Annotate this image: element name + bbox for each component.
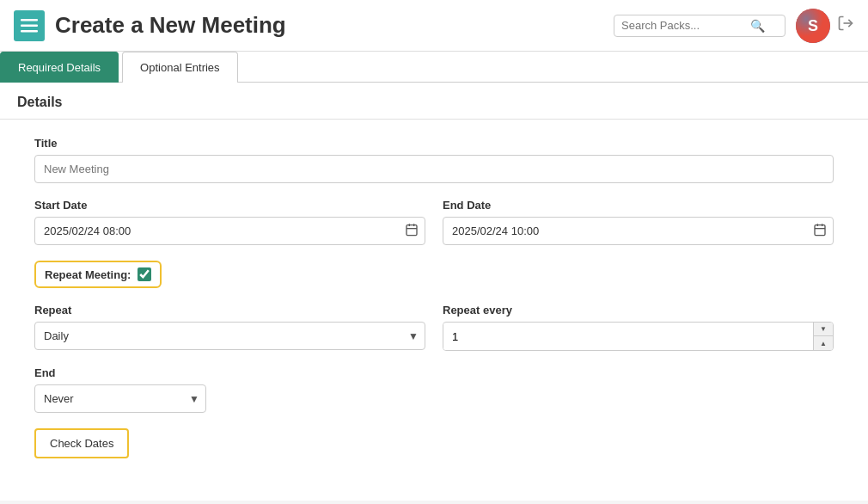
main-content: Details Title Start Date (0, 83, 868, 501)
search-icon: 🔍 (750, 19, 765, 33)
menu-button[interactable] (14, 10, 45, 41)
tab-optional-entries[interactable]: Optional Entries (122, 52, 238, 83)
end-label: End (34, 366, 206, 379)
end-date-wrapper (443, 217, 834, 245)
search-box: 🔍 (614, 15, 785, 37)
svg-rect-1 (21, 24, 38, 27)
end-select-wrapper: Never After On Date ▼ (34, 384, 206, 413)
svg-rect-0 (21, 19, 38, 22)
avatar: S (796, 9, 830, 43)
end-date-label: End Date (443, 199, 834, 212)
tab-required-details[interactable]: Required Details (0, 52, 119, 83)
section-title: Details (0, 83, 868, 120)
search-input[interactable] (621, 19, 750, 32)
end-select[interactable]: Never After On Date (34, 384, 206, 413)
date-row: Start Date End Date (34, 199, 834, 261)
title-label: Title (34, 137, 834, 150)
page-title: Create a New Meeting (55, 12, 614, 39)
repeat-label: Repeat (34, 304, 425, 317)
app-header: Create a New Meeting 🔍 S (0, 0, 868, 52)
spinner-buttons: ▼ ▲ (813, 323, 833, 350)
svg-rect-2 (21, 30, 38, 33)
check-dates-button[interactable]: Check Dates (34, 428, 129, 458)
svg-text:S: S (808, 17, 818, 34)
end-date-group: End Date (443, 199, 834, 245)
repeat-select[interactable]: Daily Weekly Monthly Yearly (34, 322, 425, 350)
repeat-meeting-label: Repeat Meeting: (45, 268, 131, 281)
start-date-label: Start Date (34, 199, 425, 212)
start-date-input[interactable] (34, 217, 425, 245)
title-input[interactable] (34, 155, 834, 183)
repeat-every-spinner: ▼ ▲ (443, 322, 834, 351)
repeat-select-wrapper: Daily Weekly Monthly Yearly ▼ (34, 322, 425, 350)
end-group: End Never After On Date ▼ (34, 366, 206, 413)
form-body: Title Start Date (0, 120, 868, 476)
repeat-row: Repeat Daily Weekly Monthly Yearly ▼ Rep… (34, 304, 834, 366)
title-group: Title (34, 137, 834, 183)
spinner-down-button[interactable]: ▼ (814, 323, 833, 336)
start-date-group: Start Date (34, 199, 425, 245)
logout-button[interactable] (837, 15, 854, 36)
repeat-meeting-row: Repeat Meeting: (34, 261, 162, 288)
start-date-wrapper (34, 217, 425, 245)
repeat-every-group: Repeat every ▼ ▲ (443, 304, 834, 351)
tab-bar: Required Details Optional Entries (0, 52, 868, 83)
repeat-every-label: Repeat every (443, 304, 834, 317)
repeat-meeting-checkbox[interactable] (138, 267, 151, 281)
repeat-group: Repeat Daily Weekly Monthly Yearly ▼ (34, 304, 425, 351)
repeat-every-input[interactable] (443, 323, 813, 350)
end-date-input[interactable] (443, 217, 834, 245)
spinner-up-button[interactable]: ▲ (814, 336, 833, 350)
